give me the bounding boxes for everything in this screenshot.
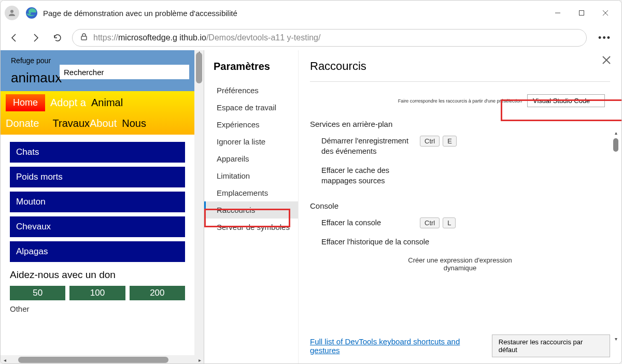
shortcut-row: Effacer l'historique de la console [310,235,610,253]
profile-avatar[interactable] [5,6,19,20]
edge-icon [25,7,38,19]
nav-donate[interactable]: Donate [6,118,39,129]
full-list-link[interactable]: Full list of DevTools keyboard shortcuts… [310,337,492,355]
svg-rect-6 [81,36,87,40]
divider [310,81,610,82]
lock-icon [80,33,88,43]
svg-point-0 [10,10,13,13]
address-bar[interactable]: https://microsoftedge.g ithub.io/Demos/d… [72,29,587,47]
category-list: Chats Poids morts Mouton Chevaux Alpagas [10,142,185,262]
nav-nous[interactable]: Nous [122,118,146,129]
vertical-scrollbar[interactable]: ▴▾ [612,138,619,333]
shortcut-label: Démarrer l'enregistrement des événements [321,136,420,157]
other-label: Other [10,304,185,313]
maximize-button[interactable] [570,5,593,21]
settings-title: Paramètres [214,61,298,72]
shortcut-label: Effacer la console [321,217,420,228]
shortcut-label: Effacer le cache des mappages sources [321,165,420,186]
settings-main: Raccourcis Faire correspondre les raccou… [299,50,621,364]
preset-row: Faire correspondre les raccourcis à part… [310,91,610,110]
key-badge: Ctrl [420,217,440,228]
nav-adopt[interactable]: Adopt a [50,97,86,109]
expression-label: Créer une expression d'expression dynami… [310,256,610,272]
svg-rect-3 [579,11,584,16]
tab-title[interactable]: Page de démonstration avec un problème d… [43,9,546,18]
shortcut-row: Démarrer l'enregistrement des événements… [310,134,610,163]
nav-animal[interactable]: Animal [91,97,123,109]
sidebar-item-locations[interactable]: Emplacements [214,184,298,201]
sidebar-item-preferences[interactable]: Préférences [214,82,298,99]
search-input[interactable]: Rechercher [60,65,189,79]
site-header: Refuge pour Rechercher animaux [1,50,194,91]
settings-sidebar: Paramètres Préférences Espace de travail… [204,50,299,364]
devtools-settings: Paramètres Préférences Espace de travail… [204,50,621,364]
list-item[interactable]: Poids morts [10,167,185,187]
horizontal-scrollbar[interactable]: ◂▸ [1,355,204,364]
list-item[interactable]: Mouton [10,192,185,212]
donate-button[interactable]: 50 [10,286,65,300]
browser-toolbar: https://microsoftedge.g ithub.io/Demos/d… [1,25,621,50]
nav-about[interactable]: About [90,118,117,129]
sidebar-item-symbols[interactable]: Serveur de symboles [214,219,298,236]
sidebar-item-experiments[interactable]: Expériences [214,116,298,133]
donate-button[interactable]: 100 [69,286,125,300]
vertical-scrollbar[interactable]: ▴ [194,50,204,364]
nav-travaux[interactable]: Travaux [53,118,90,129]
key-badge: L [443,217,456,228]
list-item[interactable]: Chevaux [10,216,185,237]
url-text: https://microsoftedge.g ithub.io/Demos/d… [93,33,320,42]
section-heading: Services en arrière-plan [310,120,610,128]
sidebar-item-workspace[interactable]: Espace de travail [214,99,298,116]
preset-select[interactable]: Visual Studio Code [527,94,605,107]
restore-defaults-button[interactable]: Restaurer les raccourcis par défaut [492,334,610,357]
list-item[interactable]: Chats [10,142,185,163]
shortcut-label: Effacer l'historique de la console [321,237,456,247]
refresh-button[interactable] [50,31,65,45]
key-badge: E [443,136,457,147]
sidebar-item-devices[interactable]: Appareils [214,150,298,167]
list-item[interactable]: Alpagas [10,241,185,262]
key-badge: Ctrl [420,136,440,147]
window-titlebar: Page de démonstration avec un problème d… [1,1,621,25]
close-window-button[interactable] [593,5,617,21]
more-menu-button[interactable]: ••• [594,33,615,43]
section-heading: Console [310,201,610,210]
page-viewport: Refuge pour Rechercher animaux Home Adop… [1,50,204,364]
sidebar-item-ignorelist[interactable]: Ignorer la liste [214,133,298,150]
forward-button[interactable] [29,31,43,45]
back-button[interactable] [7,31,21,45]
shortcut-row: Effacer la console Ctrl L [310,215,610,235]
donate-button[interactable]: 200 [130,286,185,300]
site-nav: Home Adopt a Animal Donate Travaux About… [1,91,194,135]
minimize-button[interactable] [546,5,570,21]
preset-label: Faire correspondre les raccourcis à part… [398,98,522,104]
nav-home[interactable]: Home [6,94,45,111]
page-title: Raccourcis [310,60,610,73]
sidebar-item-throttling[interactable]: Limitation [214,167,298,184]
donate-heading: Aidez-nous avec un don [10,269,185,281]
shortcut-row: Effacer le cache des mappages sources [310,163,610,193]
sidebar-item-shortcuts[interactable]: Raccourcis [204,201,298,219]
